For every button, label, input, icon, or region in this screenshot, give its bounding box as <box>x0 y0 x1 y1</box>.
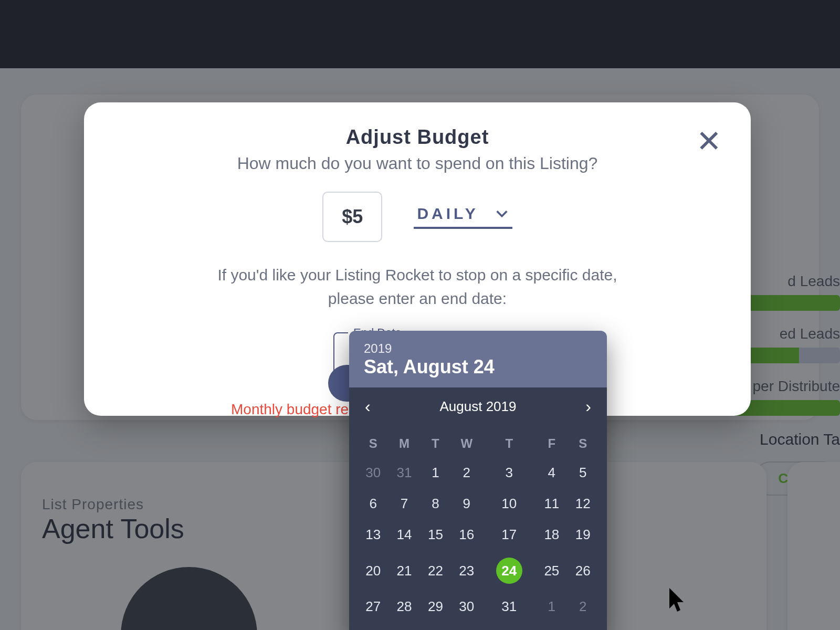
calendar-day[interactable]: 24 <box>482 550 537 591</box>
date-picker-header: 2019 Sat, August 24 <box>349 331 607 387</box>
date-picker-nav: ‹ August 2019 › <box>349 387 607 426</box>
calendar-day[interactable]: 5 <box>568 457 598 488</box>
weekday-header: S <box>358 430 388 457</box>
chevron-down-icon <box>495 206 509 221</box>
calendar-day[interactable]: 17 <box>482 519 537 550</box>
calendar-day[interactable]: 20 <box>358 550 388 591</box>
close-icon[interactable]: ✕ <box>696 126 722 156</box>
calendar-day[interactable]: 1 <box>420 457 451 488</box>
calendar-day[interactable]: 21 <box>388 550 419 591</box>
stop-date-helper: If you'd like your Listing Rocket to sto… <box>84 263 751 310</box>
calendar-day[interactable]: 31 <box>482 591 537 622</box>
calendar-day[interactable]: 29 <box>420 591 451 622</box>
weekday-header: F <box>536 430 567 457</box>
calendar-day[interactable]: 14 <box>388 519 419 550</box>
calendar-day[interactable]: 22 <box>420 550 451 591</box>
calendar-day[interactable]: 11 <box>536 488 567 519</box>
calendar-day[interactable]: 26 <box>568 550 598 591</box>
modal-title: Adjust Budget <box>84 126 751 149</box>
calendar-day[interactable]: 7 <box>388 488 419 519</box>
budget-amount-input[interactable]: $5 <box>322 192 382 242</box>
calendar-day[interactable]: 10 <box>482 488 537 519</box>
date-picker-popover: 2019 Sat, August 24 ‹ August 2019 › SMTW… <box>349 331 607 630</box>
calendar-day[interactable]: 2 <box>568 591 598 622</box>
frequency-select[interactable]: DAILY <box>414 205 512 229</box>
calendar-day[interactable]: 23 <box>451 550 482 591</box>
calendar-day[interactable]: 30 <box>451 591 482 622</box>
calendar-day[interactable]: 6 <box>358 488 388 519</box>
calendar-day[interactable]: 12 <box>568 488 598 519</box>
calendar-day[interactable]: 27 <box>358 591 388 622</box>
app-top-bar <box>0 0 840 68</box>
calendar-day[interactable]: 2 <box>451 457 482 488</box>
calendar-day[interactable]: 4 <box>536 457 567 488</box>
weekday-header: T <box>482 430 537 457</box>
calendar-day[interactable]: 18 <box>536 519 567 550</box>
prev-month-button[interactable]: ‹ <box>361 395 375 418</box>
calendar-day[interactable]: 8 <box>420 488 451 519</box>
date-picker-selected-date[interactable]: Sat, August 24 <box>364 356 592 378</box>
calendar-day[interactable]: 16 <box>451 519 482 550</box>
calendar-day[interactable]: 1 <box>536 591 567 622</box>
calendar-day[interactable]: 28 <box>388 591 419 622</box>
mouse-cursor <box>669 588 688 613</box>
next-month-button[interactable]: › <box>581 395 595 418</box>
calendar-day[interactable]: 3 <box>482 457 537 488</box>
calendar-day[interactable]: 15 <box>420 519 451 550</box>
weekday-header: T <box>420 430 451 457</box>
weekday-header: S <box>568 430 598 457</box>
calendar-day[interactable]: 25 <box>536 550 567 591</box>
frequency-label: DAILY <box>417 205 478 223</box>
date-picker-year[interactable]: 2019 <box>364 341 592 356</box>
weekday-header: M <box>388 430 419 457</box>
calendar-day[interactable]: 19 <box>568 519 598 550</box>
calendar-day[interactable]: 13 <box>358 519 388 550</box>
modal-subtitle: How much do you want to spend on this Li… <box>84 154 751 173</box>
month-label[interactable]: August 2019 <box>439 398 516 415</box>
calendar-day[interactable]: 9 <box>451 488 482 519</box>
calendar-day[interactable]: 30 <box>358 457 388 488</box>
calendar-grid: SMTWTFS 30311234567891011121314151617181… <box>358 430 598 622</box>
calendar-day[interactable]: 31 <box>388 457 419 488</box>
calendar-day-selected[interactable]: 24 <box>496 558 522 584</box>
weekday-header: W <box>451 430 482 457</box>
